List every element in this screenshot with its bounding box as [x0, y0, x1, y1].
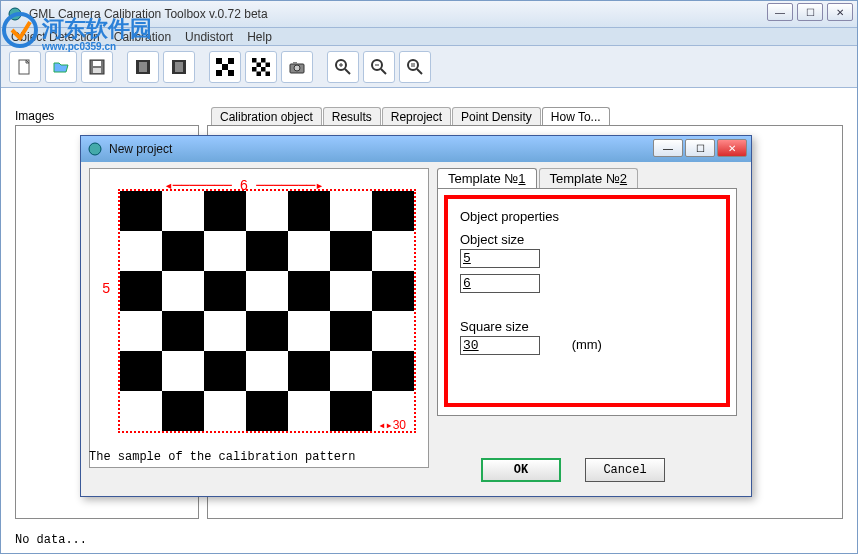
object-properties-panel: Object properties Object size Square siz… — [437, 188, 737, 416]
pattern-caption: The sample of the calibration pattern — [89, 450, 355, 464]
save-button[interactable] — [81, 51, 113, 83]
template-tab-2[interactable]: Template №2 — [539, 168, 639, 188]
svg-rect-8 — [175, 62, 183, 72]
svg-rect-16 — [252, 58, 257, 63]
pattern-preview: ◂─────── 6 ───────▸ 5 ◂▸30 — [89, 168, 429, 468]
svg-rect-21 — [261, 67, 266, 72]
svg-rect-12 — [222, 64, 228, 70]
dialog-icon — [87, 141, 103, 157]
main-tabs: Calibration object Results Reproject Poi… — [211, 107, 611, 126]
menu-help[interactable]: Help — [247, 30, 272, 44]
menubar: Object Detection Calibration Undistort H… — [1, 28, 857, 46]
dim-rows: 5 — [102, 189, 110, 389]
dialog-title: New project — [109, 142, 745, 156]
square-size-input[interactable] — [460, 336, 540, 355]
zoom-in-button[interactable] — [327, 51, 359, 83]
object-size-width-input[interactable] — [460, 249, 540, 268]
dialog-actions: OK Cancel — [481, 458, 665, 482]
svg-rect-19 — [266, 62, 271, 67]
svg-rect-13 — [216, 70, 222, 76]
zoom-out-button[interactable] — [363, 51, 395, 83]
maximize-button[interactable]: ☐ — [797, 3, 823, 21]
svg-rect-20 — [252, 67, 257, 72]
checker2-button[interactable] — [245, 51, 277, 83]
camera-button[interactable] — [281, 51, 313, 83]
tab-reproject[interactable]: Reproject — [382, 107, 451, 126]
dialog-titlebar: New project — ☐ ✕ — [81, 136, 751, 162]
svg-line-28 — [345, 69, 350, 74]
checkerboard — [118, 189, 416, 433]
svg-line-35 — [417, 69, 422, 74]
app-title: GML Camera Calibration Toolbox v.0.72 be… — [29, 7, 851, 21]
svg-rect-26 — [293, 62, 297, 64]
dialog-maximize-button[interactable]: ☐ — [685, 139, 715, 157]
checker1-button[interactable] — [209, 51, 241, 83]
menu-undistort[interactable]: Undistort — [185, 30, 233, 44]
object-size-label: Object size — [460, 232, 714, 247]
dim-square: ◂▸30 — [378, 418, 406, 433]
ok-button[interactable]: OK — [481, 458, 561, 482]
svg-rect-18 — [257, 62, 262, 67]
square-size-label: Square size — [460, 319, 714, 334]
tab-howto[interactable]: How To... — [542, 107, 610, 126]
film-next-button[interactable] — [163, 51, 195, 83]
minimize-button[interactable]: — — [767, 3, 793, 21]
svg-rect-14 — [228, 70, 234, 76]
tab-point-density[interactable]: Point Density — [452, 107, 541, 126]
svg-point-41 — [89, 143, 101, 155]
cancel-button[interactable]: Cancel — [585, 458, 665, 482]
object-size-height-input[interactable] — [460, 274, 540, 293]
tab-results[interactable]: Results — [323, 107, 381, 126]
svg-rect-22 — [257, 71, 262, 76]
svg-line-32 — [381, 69, 386, 74]
svg-rect-23 — [266, 71, 271, 76]
close-button[interactable]: ✕ — [827, 3, 853, 21]
svg-rect-10 — [216, 58, 222, 64]
app-icon — [7, 6, 23, 22]
status-text: No data... — [15, 533, 87, 547]
film-prev-button[interactable] — [127, 51, 159, 83]
main-titlebar: GML Camera Calibration Toolbox v.0.72 be… — [1, 1, 857, 28]
toolbar — [1, 46, 857, 88]
new-project-dialog: New project — ☐ ✕ ◂─────── 6 ───────▸ 5 — [80, 135, 752, 497]
dialog-minimize-button[interactable]: — — [653, 139, 683, 157]
svg-rect-3 — [93, 61, 101, 66]
images-label: Images — [15, 109, 54, 123]
template-tab-1[interactable]: Template №1 — [437, 168, 537, 188]
open-button[interactable] — [45, 51, 77, 83]
svg-rect-6 — [139, 62, 147, 72]
menu-calibration[interactable]: Calibration — [114, 30, 171, 44]
svg-point-25 — [294, 65, 300, 71]
dialog-tabs: Template №1 Template №2 — [437, 168, 640, 188]
svg-point-34 — [408, 60, 418, 70]
svg-rect-4 — [93, 68, 101, 73]
menu-object-detection[interactable]: Object Detection — [11, 30, 100, 44]
tab-calibration-object[interactable]: Calibration object — [211, 107, 322, 126]
zoom-fit-button[interactable] — [399, 51, 431, 83]
svg-point-0 — [9, 8, 21, 20]
unit-label: (mm) — [572, 337, 602, 352]
dialog-close-button[interactable]: ✕ — [717, 139, 747, 157]
new-button[interactable] — [9, 51, 41, 83]
object-properties-label: Object properties — [460, 209, 714, 224]
svg-rect-11 — [228, 58, 234, 64]
svg-rect-17 — [261, 58, 266, 63]
